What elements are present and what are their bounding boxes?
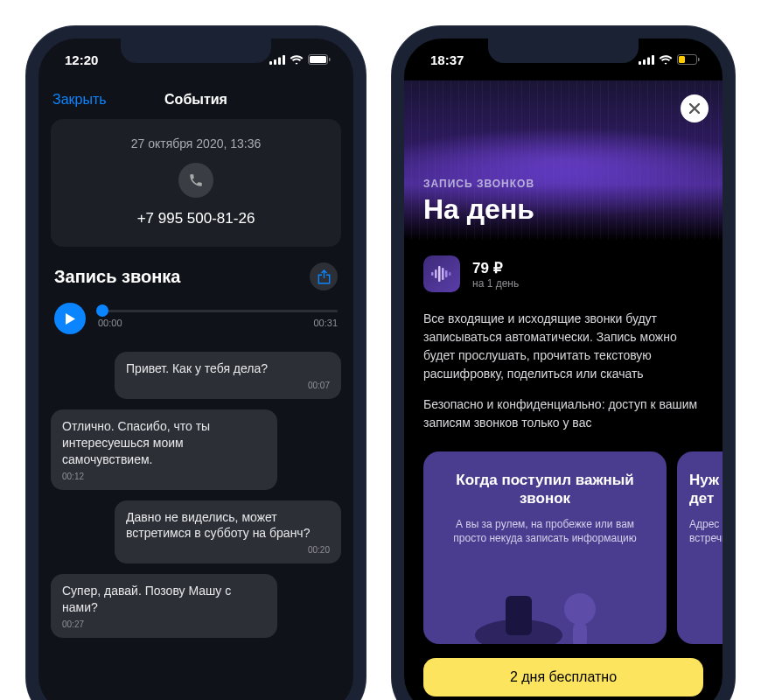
msg-time: 00:07: [126, 381, 330, 390]
svg-rect-1: [274, 60, 276, 65]
audio-player: 00:00 00:31: [54, 303, 338, 334]
benefit-card[interactable]: Когда поступил важный звонок А вы за рул…: [423, 452, 667, 644]
svg-rect-21: [506, 596, 532, 635]
msg-time: 00:20: [126, 545, 330, 555]
msg-text: Привет. Как у тебя дела?: [126, 360, 330, 377]
benefit-card[interactable]: Нуж дет Адрес встречи: [677, 452, 723, 644]
share-icon: [318, 270, 331, 284]
section-title: Запись звонка: [54, 267, 180, 287]
status-time: 18:37: [430, 52, 464, 67]
scrubber-thumb[interactable]: [96, 304, 108, 317]
wifi-icon: [290, 55, 304, 65]
price-amount: 79 ₽: [472, 259, 519, 277]
hero: ЗАПИСЬ ЗВОНКОВ На день: [404, 80, 723, 240]
waveform-icon: [431, 266, 452, 282]
svg-rect-7: [639, 61, 641, 65]
signal-icon: [269, 55, 285, 65]
price-row: 79 ₽ на 1 день: [423, 256, 703, 292]
svg-rect-14: [431, 272, 434, 276]
play-button[interactable]: [54, 303, 86, 334]
nav-title: События: [164, 92, 227, 108]
signal-icon: [639, 55, 654, 65]
svg-rect-5: [310, 56, 326, 63]
close-icon: [689, 103, 700, 114]
battery-icon: [308, 54, 331, 65]
msg-time: 00:12: [62, 472, 266, 481]
screen-left: 12:20 Закрыть События 27 октября 2020, 1…: [38, 38, 353, 700]
cta-button[interactable]: 2 дня бесплатно: [423, 658, 703, 696]
notch: [488, 38, 639, 63]
svg-rect-23: [573, 622, 587, 644]
screen-right: 18:37 ЗАПИСЬ ЗВОНКОВ На день: [404, 38, 723, 700]
product-icon: [423, 256, 460, 292]
phone-right: 18:37 ЗАПИСЬ ЗВОНКОВ На день: [392, 26, 735, 700]
time-current: 00:00: [98, 318, 122, 328]
section-header: Запись звонка: [54, 262, 338, 290]
svg-rect-6: [329, 58, 331, 61]
svg-rect-13: [698, 58, 700, 61]
share-button[interactable]: [310, 262, 338, 290]
msg-text: Отлично. Спасибо, что ты интересуешься м…: [62, 418, 266, 468]
benefit-cards[interactable]: Когда поступил важный звонок А вы за рул…: [423, 452, 703, 644]
svg-rect-16: [438, 266, 441, 282]
benefit-sub: Адрес встречи: [689, 517, 723, 547]
description-1: Все входящие и исходящие звонки будут за…: [423, 310, 703, 383]
cta-label: 2 дня бесплатно: [510, 669, 617, 685]
progress-bar[interactable]: 00:00 00:31: [98, 310, 338, 328]
benefit-title: Когда поступил важный звонок: [441, 471, 649, 508]
svg-rect-3: [283, 55, 285, 65]
svg-rect-19: [449, 272, 451, 276]
transcript-msg: Привет. Как у тебя дела? 00:07: [115, 352, 341, 399]
benefit-title: Нуж дет: [689, 471, 723, 508]
call-date: 27 октября 2020, 13:36: [65, 136, 327, 150]
svg-rect-18: [445, 270, 448, 277]
time-total: 00:31: [313, 318, 338, 328]
wifi-icon: [659, 55, 673, 65]
status-icons: [639, 54, 700, 65]
phone-icon: [188, 172, 204, 188]
msg-text: Давно не виделись, может встретимся в су…: [126, 509, 330, 542]
msg-time: 00:27: [62, 620, 266, 629]
promo-scroll[interactable]: ЗАПИСЬ ЗВОНКОВ На день 79 ₽ на 1 день Вс…: [404, 80, 723, 700]
benefit-illustration: [423, 574, 667, 644]
svg-rect-2: [278, 57, 281, 65]
svg-rect-8: [643, 60, 646, 65]
close-button[interactable]: Закрыть: [52, 92, 107, 108]
price-period: на 1 день: [472, 277, 519, 290]
hero-eyebrow: ЗАПИСЬ ЗВОНКОВ: [423, 178, 703, 190]
promo-body: 79 ₽ на 1 день Все входящие и исходящие …: [404, 240, 723, 658]
close-button[interactable]: [681, 94, 709, 122]
svg-rect-9: [647, 57, 650, 65]
svg-rect-0: [269, 61, 272, 65]
description-2: Безопасно и конфиденциально: доступ к ва…: [423, 396, 703, 432]
transcript-msg: Отлично. Спасибо, что ты интересуешься м…: [51, 410, 277, 490]
price-text: 79 ₽ на 1 день: [472, 259, 519, 290]
svg-rect-17: [442, 268, 444, 280]
transcript-msg: Супер, давай. Позову Машу с нами? 00:27: [51, 574, 277, 638]
msg-text: Супер, давай. Позову Машу с нами?: [62, 583, 266, 616]
svg-point-22: [564, 593, 596, 625]
content-scroll[interactable]: 27 октября 2020, 13:36 +7 995 500-81-26 …: [38, 119, 353, 700]
status-time: 12:20: [65, 52, 98, 67]
phone-icon-circle[interactable]: [178, 163, 213, 198]
benefit-sub: А вы за рулем, на пробежке или вам прост…: [441, 517, 649, 547]
svg-rect-12: [679, 56, 685, 63]
play-icon: [65, 312, 76, 326]
battery-low-icon: [677, 54, 700, 65]
phone-left: 12:20 Закрыть События 27 октября 2020, 1…: [26, 26, 366, 700]
transcript-msg: Давно не виделись, может встретимся в су…: [115, 500, 341, 564]
svg-rect-10: [652, 55, 654, 65]
notch: [121, 38, 271, 63]
status-icons: [269, 54, 331, 65]
svg-rect-15: [435, 270, 437, 278]
phone-number: +7 995 500-81-26: [65, 210, 327, 228]
nav-bar: Закрыть События: [38, 80, 353, 119]
call-card: 27 октября 2020, 13:36 +7 995 500-81-26: [51, 119, 341, 247]
hero-title: На день: [423, 193, 703, 226]
